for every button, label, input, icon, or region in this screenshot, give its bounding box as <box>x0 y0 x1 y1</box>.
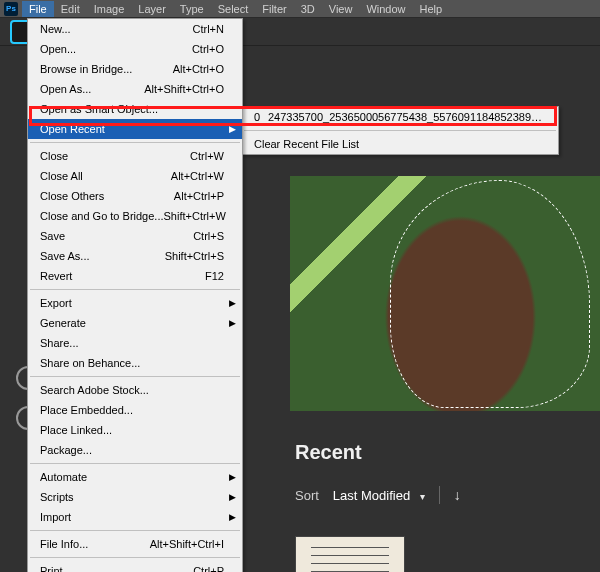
app-icon: Ps <box>4 2 18 16</box>
menu-item-label: Save As... <box>40 250 165 262</box>
menu-item-label: New... <box>40 23 193 35</box>
menu-item-open-recent[interactable]: Open Recent▶ <box>28 119 242 139</box>
menu-item-label: Close and Go to Bridge... <box>40 210 164 222</box>
selection-marquee <box>390 180 590 408</box>
menu-item-shortcut: Alt+Shift+Ctrl+I <box>150 538 224 550</box>
document-preview <box>290 176 600 411</box>
submenu-arrow-icon: ▶ <box>229 472 236 482</box>
menu-item-label: Print... <box>40 565 193 572</box>
menu-item-label: File Info... <box>40 538 150 550</box>
menu-item-label: Export <box>40 297 224 309</box>
menu-item-label: Open as Smart Object... <box>40 103 224 115</box>
menu-item-open[interactable]: Open...Ctrl+O <box>28 39 242 59</box>
menu-item-close-all[interactable]: Close AllAlt+Ctrl+W <box>28 166 242 186</box>
menu-item-shortcut: Ctrl+W <box>190 150 224 162</box>
menubar: Ps File Edit Image Layer Type Select Fil… <box>0 0 600 18</box>
menu-item-revert[interactable]: RevertF12 <box>28 266 242 286</box>
menu-item-label: Search Adobe Stock... <box>40 384 224 396</box>
menu-item-close-others[interactable]: Close OthersAlt+Ctrl+P <box>28 186 242 206</box>
menu-layer[interactable]: Layer <box>131 1 173 17</box>
submenu-arrow-icon: ▶ <box>229 512 236 522</box>
menu-item-place-linked[interactable]: Place Linked... <box>28 420 242 440</box>
menu-item-shortcut: Alt+Ctrl+O <box>173 63 224 75</box>
menu-item-label: Save <box>40 230 193 242</box>
sort-direction-icon[interactable]: ↓ <box>454 487 461 503</box>
menu-item-label: Place Linked... <box>40 424 224 436</box>
menu-item-label: Generate <box>40 317 224 329</box>
open-recent-submenu: 0 247335700_2536500056775438_55760911848… <box>241 106 559 155</box>
clear-recent-item[interactable]: Clear Recent File List <box>242 134 558 154</box>
menu-separator <box>30 289 240 290</box>
submenu-arrow-icon: ▶ <box>229 298 236 308</box>
menu-view[interactable]: View <box>322 1 360 17</box>
menu-item-open-as[interactable]: Open As...Alt+Shift+Ctrl+O <box>28 79 242 99</box>
recent-file-name: 247335700_2536500056775438_5576091184852… <box>268 111 546 123</box>
menu-item-save[interactable]: SaveCtrl+S <box>28 226 242 246</box>
divider <box>439 486 440 504</box>
file-menu-dropdown: New...Ctrl+NOpen...Ctrl+OBrowse in Bridg… <box>27 18 243 572</box>
menu-separator <box>30 463 240 464</box>
menu-item-label: Open... <box>40 43 192 55</box>
menu-item-automate[interactable]: Automate▶ <box>28 467 242 487</box>
menu-item-place-embedded[interactable]: Place Embedded... <box>28 400 242 420</box>
chevron-down-icon: ▾ <box>420 491 425 502</box>
menu-item-label: Open Recent <box>40 123 224 135</box>
menu-item-label: Close Others <box>40 190 174 202</box>
menu-item-print[interactable]: Print...Ctrl+P <box>28 561 242 572</box>
menu-item-label: Automate <box>40 471 224 483</box>
menu-separator <box>30 557 240 558</box>
menu-separator <box>30 142 240 143</box>
menu-image[interactable]: Image <box>87 1 132 17</box>
menu-window[interactable]: Window <box>359 1 412 17</box>
menu-item-label: Close All <box>40 170 171 182</box>
menu-item-import[interactable]: Import▶ <box>28 507 242 527</box>
menu-edit[interactable]: Edit <box>54 1 87 17</box>
submenu-arrow-icon: ▶ <box>229 318 236 328</box>
menu-item-search-adobe-stock[interactable]: Search Adobe Stock... <box>28 380 242 400</box>
menu-separator <box>244 130 556 131</box>
submenu-arrow-icon: ▶ <box>229 124 236 134</box>
menu-filter[interactable]: Filter <box>255 1 293 17</box>
recent-file-index: 0 <box>254 111 268 123</box>
recent-file-item[interactable]: 0 247335700_2536500056775438_55760911848… <box>242 107 558 127</box>
menu-item-shortcut: Alt+Ctrl+P <box>174 190 224 202</box>
submenu-arrow-icon: ▶ <box>229 492 236 502</box>
menu-item-shortcut: Ctrl+P <box>193 565 224 572</box>
sort-row: Sort Last Modified ▾ ↓ <box>295 486 461 504</box>
sort-value: Last Modified <box>333 488 410 503</box>
menu-item-shortcut: Alt+Shift+Ctrl+O <box>144 83 224 95</box>
menu-item-label: Package... <box>40 444 224 456</box>
menu-item-close-and-go-to-bridge[interactable]: Close and Go to Bridge...Shift+Ctrl+W <box>28 206 242 226</box>
menu-help[interactable]: Help <box>413 1 450 17</box>
menu-item-share-on-behance[interactable]: Share on Behance... <box>28 353 242 373</box>
menu-item-share[interactable]: Share... <box>28 333 242 353</box>
menu-item-open-as-smart-object[interactable]: Open as Smart Object... <box>28 99 242 119</box>
recent-heading: Recent <box>295 441 362 464</box>
menu-item-shortcut: Shift+Ctrl+W <box>164 210 226 222</box>
menu-item-label: Place Embedded... <box>40 404 224 416</box>
recent-thumbnail[interactable] <box>295 536 405 572</box>
menu-item-shortcut: Ctrl+S <box>193 230 224 242</box>
menu-item-save-as[interactable]: Save As...Shift+Ctrl+S <box>28 246 242 266</box>
sort-label: Sort <box>295 488 319 503</box>
menu-file[interactable]: File <box>22 1 54 17</box>
menu-item-export[interactable]: Export▶ <box>28 293 242 313</box>
menu-3d[interactable]: 3D <box>294 1 322 17</box>
sort-dropdown[interactable]: Last Modified ▾ <box>333 488 425 503</box>
menu-item-new[interactable]: New...Ctrl+N <box>28 19 242 39</box>
menu-select[interactable]: Select <box>211 1 256 17</box>
menu-item-label: Share... <box>40 337 224 349</box>
menu-item-browse-in-bridge[interactable]: Browse in Bridge...Alt+Ctrl+O <box>28 59 242 79</box>
menu-separator <box>30 376 240 377</box>
menu-type[interactable]: Type <box>173 1 211 17</box>
menu-item-label: Scripts <box>40 491 224 503</box>
menu-item-label: Share on Behance... <box>40 357 224 369</box>
menu-item-close[interactable]: CloseCtrl+W <box>28 146 242 166</box>
menu-item-shortcut: Ctrl+O <box>192 43 224 55</box>
menu-item-generate[interactable]: Generate▶ <box>28 313 242 333</box>
menu-item-package[interactable]: Package... <box>28 440 242 460</box>
menu-item-file-info[interactable]: File Info...Alt+Shift+Ctrl+I <box>28 534 242 554</box>
menu-item-label: Browse in Bridge... <box>40 63 173 75</box>
menu-item-shortcut: F12 <box>205 270 224 282</box>
menu-item-scripts[interactable]: Scripts▶ <box>28 487 242 507</box>
